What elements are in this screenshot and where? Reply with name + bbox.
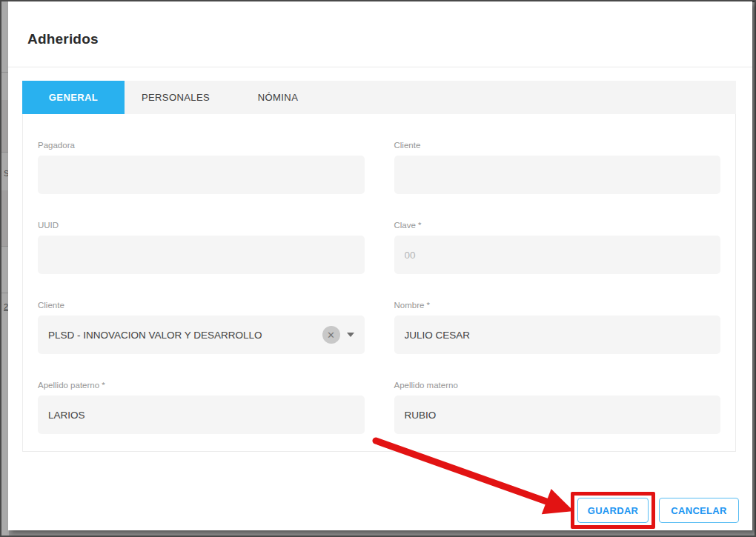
apellido-paterno-label: Apellido paterno * [38,381,365,390]
cliente-select-value: PLSD - INNOVACION VALOR Y DESARROLLO [48,330,322,341]
field-apellido-materno: Apellido materno [394,381,721,434]
tab-nomina[interactable]: NÓMINA [227,81,329,114]
cancel-button[interactable]: CANCELAR [659,498,739,523]
clear-icon[interactable]: ✕ [322,326,340,344]
field-uuid: UUID [38,221,365,274]
cliente-select-label: Cliente [38,301,365,310]
nombre-input[interactable] [394,316,721,354]
pagadora-label: Pagadora [38,141,365,150]
dialog-header: Adheridos [8,1,752,67]
screenshot-frame: S 2 Adheridos GENERAL PERSONALES NÓMINA … [0,0,756,537]
tab-general[interactable]: GENERAL [22,81,125,114]
uuid-input[interactable] [38,236,365,274]
chevron-down-icon[interactable] [347,333,354,337]
field-nombre: Nombre * [394,301,721,354]
apellido-paterno-input[interactable] [38,396,365,434]
clave-input[interactable] [394,236,721,274]
field-cliente-select: Cliente PLSD - INNOVACION VALOR Y DESARR… [38,301,365,354]
field-apellido-paterno: Apellido paterno * [38,381,365,434]
cliente-label: Cliente [394,141,721,150]
save-button[interactable]: GUARDAR [577,498,649,523]
tab-content-general: Pagadora Cliente UUID Clave * Cliente PL… [22,114,736,452]
uuid-label: UUID [38,221,365,230]
apellido-materno-label: Apellido materno [394,381,721,390]
nombre-label: Nombre * [394,301,721,310]
field-clave: Clave * [394,221,721,274]
tab-bar: GENERAL PERSONALES NÓMINA [22,81,736,114]
cliente-input[interactable] [394,156,721,194]
clave-label: Clave * [394,221,721,230]
field-cliente: Cliente [394,141,721,194]
field-pagadora: Pagadora [38,141,365,194]
adheridos-dialog: Adheridos GENERAL PERSONALES NÓMINA Paga… [8,1,752,530]
pagadora-input[interactable] [38,156,365,194]
dialog-title: Adheridos [27,31,99,47]
cliente-select[interactable]: PLSD - INNOVACION VALOR Y DESARROLLO ✕ [38,316,365,354]
apellido-materno-input[interactable] [394,396,721,434]
tab-personales[interactable]: PERSONALES [125,81,227,114]
